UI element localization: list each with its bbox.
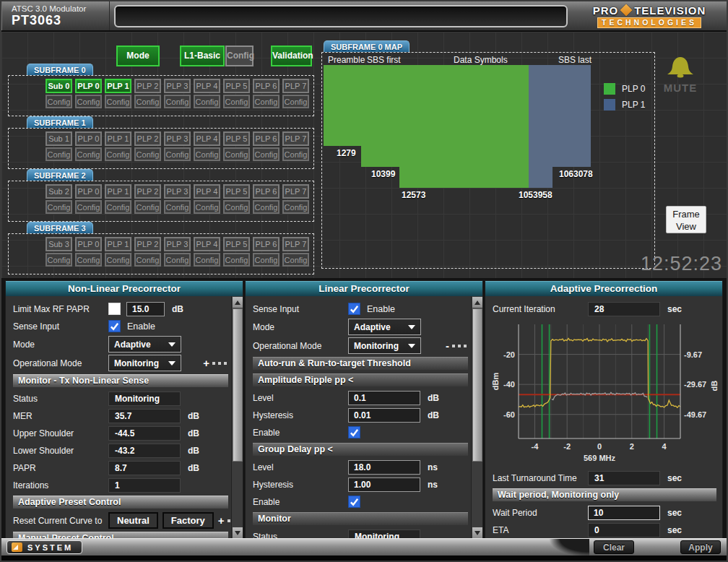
top-button-validation[interactable]: Validation	[271, 46, 312, 66]
subframe-2-plp-7-config-button[interactable]: Config	[282, 200, 309, 214]
apply-button[interactable]: Apply	[680, 540, 721, 554]
subframe-0-sub-0-button[interactable]: Sub 0	[46, 79, 72, 93]
subframe-0-plp-1-button[interactable]: PLP 1	[105, 79, 131, 93]
mute-control[interactable]: MUTE	[660, 56, 701, 94]
subframe-2-plp-3-config-button[interactable]: Config	[164, 200, 191, 214]
subframe-1-plp-5-button[interactable]: PLP 5	[223, 131, 250, 146]
subframe-1-plp-1-config-button[interactable]: Config	[105, 147, 131, 161]
subframe-1-plp-7-config-button[interactable]: Config	[282, 147, 309, 161]
subframe-2-plp-5-config-button[interactable]: Config	[223, 200, 250, 214]
subframe-0-plp-2-button[interactable]: PLP 2	[134, 79, 161, 93]
scroll-down-button[interactable]	[472, 527, 482, 538]
subframe-2-plp-0-config-button[interactable]: Config	[75, 200, 102, 214]
vertical-scrollbar[interactable]	[231, 296, 243, 539]
hysteresis-input[interactable]	[348, 408, 420, 423]
system-button[interactable]: SYSTEM	[6, 540, 82, 554]
clear-button[interactable]: Clear	[594, 540, 634, 554]
neutral-button[interactable]: Neutral	[108, 512, 158, 529]
subframe-0-plp-3-button[interactable]: PLP 3	[164, 79, 191, 93]
mode-dropdown[interactable]: Adaptive	[348, 319, 421, 335]
subframe-1-plp-2-config-button[interactable]: Config	[134, 147, 161, 161]
subframe-tab-3[interactable]: SUBFRAME 3	[27, 222, 93, 233]
top-button-config[interactable]: Config	[225, 46, 254, 66]
subframe-0-sub-0-config-button[interactable]: Config	[46, 95, 72, 108]
subframe-2-plp-2-button[interactable]: PLP 2	[134, 184, 161, 199]
subframe-0-plp-6-button[interactable]: PLP 6	[253, 79, 280, 93]
subframe-0-plp-4-config-button[interactable]: Config	[194, 95, 220, 108]
subframe-2-sub-2-config-button[interactable]: Config	[46, 200, 72, 214]
expand-toggle[interactable]: +	[203, 360, 228, 367]
scroll-up-button[interactable]	[472, 297, 482, 308]
vertical-scrollbar[interactable]	[471, 296, 482, 539]
subframe-tab-1[interactable]: SUBFRAME 1	[27, 116, 93, 128]
subframe-1-plp-2-button[interactable]: PLP 2	[134, 131, 161, 146]
subframe-2-plp-6-button[interactable]: PLP 6	[253, 184, 280, 199]
subframe-2-plp-5-button[interactable]: PLP 5	[223, 184, 250, 199]
subframe-2-plp-0-button[interactable]: PLP 0	[75, 184, 102, 199]
scroll-up-button[interactable]	[233, 297, 243, 308]
subframe-3-sub-3-button[interactable]: Sub 3	[46, 237, 72, 251]
scroll-down-button[interactable]	[233, 527, 243, 538]
subframe-map-tab[interactable]: SUBFRAME 0 MAP	[324, 40, 410, 52]
level-input[interactable]	[348, 391, 420, 405]
enable-checkbox[interactable]	[348, 496, 360, 508]
hysteresis-input[interactable]	[348, 477, 420, 492]
subframe-3-plp-3-config-button[interactable]: Config	[164, 253, 191, 267]
mode-dropdown[interactable]: Adaptive	[108, 336, 181, 353]
subframe-3-plp-5-config-button[interactable]: Config	[223, 253, 250, 267]
subframe-3-plp-4-config-button[interactable]: Config	[194, 253, 220, 267]
subframe-2-plp-1-config-button[interactable]: Config	[105, 200, 131, 214]
subframe-0-plp-7-button[interactable]: PLP 7	[282, 79, 309, 93]
subframe-1-sub-1-config-button[interactable]: Config	[46, 147, 72, 161]
subframe-1-sub-1-button[interactable]: Sub 1	[46, 131, 72, 146]
subframe-1-plp-3-config-button[interactable]: Config	[164, 147, 191, 161]
subframe-0-plp-7-config-button[interactable]: Config	[282, 95, 309, 108]
subframe-2-plp-6-config-button[interactable]: Config	[253, 200, 280, 214]
subframe-3-plp-0-config-button[interactable]: Config	[75, 253, 102, 267]
subframe-0-plp-5-config-button[interactable]: Config	[223, 95, 250, 108]
subframe-2-plp-7-button[interactable]: PLP 7	[282, 184, 309, 199]
subframe-1-plp-4-button[interactable]: PLP 4	[194, 131, 220, 146]
subframe-0-plp-1-config-button[interactable]: Config	[105, 95, 131, 108]
subframe-1-plp-1-button[interactable]: PLP 1	[105, 131, 131, 146]
factory-button[interactable]: Factory	[162, 512, 214, 529]
subframe-3-plp-6-config-button[interactable]: Config	[253, 253, 280, 267]
subframe-3-plp-7-button[interactable]: PLP 7	[282, 237, 309, 251]
subframe-1-plp-7-button[interactable]: PLP 7	[282, 131, 309, 146]
subframe-tab-2[interactable]: SUBFRAME 2	[27, 169, 93, 181]
expand-toggle[interactable]: -	[446, 342, 468, 350]
sense-input-checkbox[interactable]	[348, 303, 360, 315]
subframe-1-plp-0-config-button[interactable]: Config	[75, 147, 102, 161]
subframe-1-plp-5-config-button[interactable]: Config	[223, 147, 250, 161]
wait-period-input[interactable]	[588, 506, 660, 520]
subframe-0-plp-5-button[interactable]: PLP 5	[223, 79, 250, 93]
scrollbar-thumb[interactable]	[233, 308, 243, 462]
subframe-0-plp-6-config-button[interactable]: Config	[253, 95, 280, 108]
subframe-0-plp-3-config-button[interactable]: Config	[164, 95, 191, 108]
top-button-mode[interactable]: Mode	[116, 46, 160, 66]
subframe-1-plp-0-button[interactable]: PLP 0	[75, 131, 102, 146]
subframe-0-plp-2-config-button[interactable]: Config	[134, 95, 161, 108]
subframe-3-plp-6-button[interactable]: PLP 6	[253, 237, 280, 251]
sense-input-checkbox[interactable]	[108, 320, 121, 332]
scrollbar-thumb[interactable]	[472, 308, 482, 462]
limit-max-rf-papr-input[interactable]	[126, 302, 165, 316]
top-button-l1-basic[interactable]: L1-Basic	[180, 46, 225, 66]
operational-mode-dropdown[interactable]: Monitoring	[108, 355, 181, 371]
subframe-1-plp-4-config-button[interactable]: Config	[194, 147, 220, 161]
enable-checkbox[interactable]	[348, 426, 360, 438]
subframe-tab-0[interactable]: SUBFRAME 0	[27, 64, 93, 75]
subframe-2-plp-2-config-button[interactable]: Config	[134, 200, 161, 214]
subframe-2-plp-3-button[interactable]: PLP 3	[164, 184, 191, 199]
subframe-3-plp-2-config-button[interactable]: Config	[134, 253, 161, 267]
subframe-2-sub-2-button[interactable]: Sub 2	[46, 184, 72, 199]
subframe-3-sub-3-config-button[interactable]: Config	[46, 253, 72, 267]
subframe-3-plp-3-button[interactable]: PLP 3	[164, 237, 191, 251]
limit-max-rf-papr-checkbox[interactable]	[108, 303, 121, 315]
subframe-0-plp-0-button[interactable]: PLP 0	[75, 79, 102, 93]
subframe-1-plp-6-config-button[interactable]: Config	[253, 147, 280, 161]
subframe-2-plp-4-config-button[interactable]: Config	[194, 200, 220, 214]
subframe-0-plp-4-button[interactable]: PLP 4	[194, 79, 220, 93]
level-input[interactable]	[348, 460, 420, 475]
subframe-3-plp-5-button[interactable]: PLP 5	[223, 237, 250, 251]
